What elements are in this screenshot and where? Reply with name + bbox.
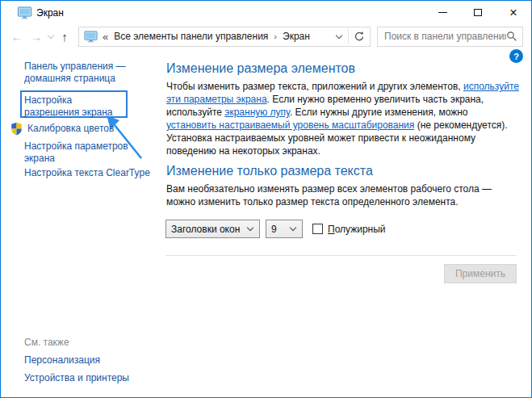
sidebar-item-display-settings[interactable]: Настройка параметров экрана xyxy=(24,140,144,165)
section-title-text-size-only: Изменение только размера текста xyxy=(166,164,373,178)
link-magnifier[interactable]: экранную лупу xyxy=(224,107,290,118)
bold-checkbox-label: Полужирный xyxy=(328,224,386,235)
back-button[interactable]: ← xyxy=(7,26,27,47)
font-size-value: 9 xyxy=(266,224,284,235)
minimize-icon xyxy=(438,12,447,13)
refresh-button[interactable] xyxy=(349,27,370,46)
bold-checkbox-row[interactable]: Полужирный xyxy=(312,224,386,235)
monitor-icon xyxy=(18,6,31,19)
help-button[interactable]: ? xyxy=(509,49,523,63)
maximize-icon xyxy=(474,9,482,16)
close-button[interactable]: × xyxy=(496,1,531,24)
font-size-dropdown[interactable]: 9 xyxy=(266,220,303,238)
title-bar: Экран × xyxy=(1,1,531,24)
window-controls: × xyxy=(425,1,531,24)
paragraph-text: . Если нужны другие изменения, можно xyxy=(290,107,468,118)
chevron-down-icon xyxy=(241,228,259,230)
sidebar-item-control-panel-home[interactable]: Панель управления — домашняя страница xyxy=(24,61,139,85)
chevron-down-icon xyxy=(48,31,54,38)
sidebar-item-cleartype[interactable]: Настройка текста ClearType xyxy=(24,167,150,179)
navigation-toolbar: ← → ↑ « Все элементы панели управления ›… xyxy=(1,24,531,48)
back-icon: ← xyxy=(11,30,23,44)
element-type-dropdown[interactable]: Заголовки окон xyxy=(165,220,260,238)
chevron-down-icon xyxy=(284,228,302,230)
forward-button[interactable]: → xyxy=(27,26,46,47)
recent-pages-dropdown[interactable] xyxy=(46,26,56,47)
sidebar-item-devices-printers[interactable]: Устройства и принтеры xyxy=(24,372,129,384)
display-settings-window: Экран × ← → ↑ « Все элементы панели упра… xyxy=(0,0,532,398)
breadcrumb-separator-icon: › xyxy=(274,31,277,41)
sidebar-item-label: Калибровка цветов xyxy=(27,123,114,135)
search-input[interactable] xyxy=(384,31,506,42)
sidebar-item-color-calibration[interactable]: Калибровка цветов xyxy=(10,122,114,136)
uac-shield-icon xyxy=(10,122,23,136)
bold-label-rest: олужирный xyxy=(335,224,386,235)
sidebar-item-screen-resolution[interactable]: Настройка разрешения экрана xyxy=(24,94,124,119)
paragraph-text: Чтобы изменить размер текста, приложений… xyxy=(166,81,463,92)
search-box xyxy=(377,27,523,47)
breadcrumb-all-items[interactable]: Все элементы панели управления xyxy=(114,31,268,42)
refresh-icon xyxy=(354,31,365,42)
text-size-paragraph: Вам необязательно изменять размер всех э… xyxy=(166,182,520,208)
up-icon: ↑ xyxy=(61,30,68,44)
monitor-icon xyxy=(84,31,98,43)
text-size-controls: Заголовки окон 9 Полужирный xyxy=(165,220,386,238)
breadcrumb: « Все элементы панели управления › Экран xyxy=(79,27,330,46)
help-icon: ? xyxy=(513,52,519,61)
maximize-button[interactable] xyxy=(460,1,496,24)
resize-elements-paragraph: Чтобы изменить размер текста, приложений… xyxy=(166,80,520,157)
link-custom-scaling[interactable]: установить настраиваемый уровень масштаб… xyxy=(166,119,414,131)
breadcrumb-overflow-icon[interactable]: « xyxy=(103,31,108,43)
close-icon: × xyxy=(509,6,517,19)
content-divider xyxy=(165,255,517,256)
forward-icon: → xyxy=(31,30,43,44)
see-also-header: См. также xyxy=(24,337,69,348)
address-bar[interactable]: « Все элементы панели управления › Экран xyxy=(78,27,371,47)
bold-checkbox[interactable] xyxy=(312,224,323,234)
apply-button[interactable]: Применить xyxy=(444,264,517,283)
search-icon[interactable] xyxy=(506,31,517,42)
sidebar-item-personalization[interactable]: Персонализация xyxy=(24,354,100,367)
chevron-down-icon xyxy=(336,31,342,38)
section-title-resize-elements: Изменение размера элементов xyxy=(166,61,355,76)
minimize-button[interactable] xyxy=(425,1,460,24)
element-type-value: Заголовки окон xyxy=(166,224,241,235)
bold-label-accelerator: П xyxy=(328,224,335,235)
up-button[interactable]: ↑ xyxy=(56,26,73,47)
window-title: Экран xyxy=(36,7,64,19)
breadcrumb-current[interactable]: Экран xyxy=(283,31,310,42)
address-dropdown-button[interactable] xyxy=(330,27,348,46)
